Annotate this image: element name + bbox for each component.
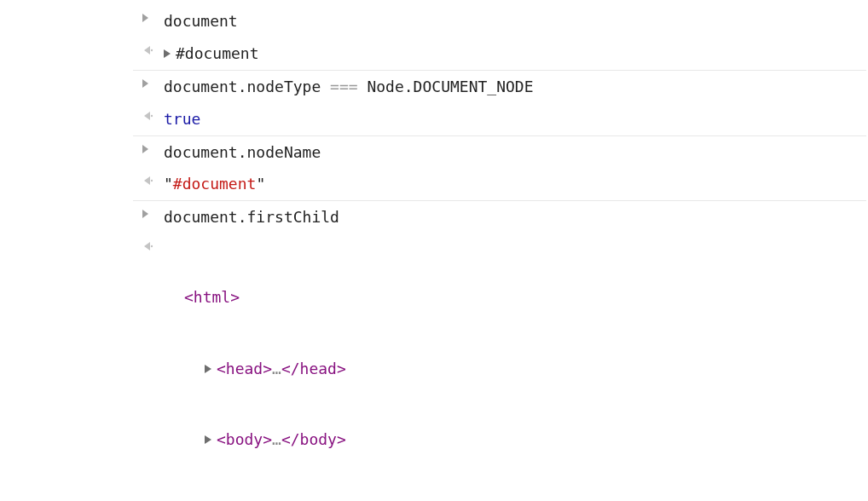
output-chevron-icon	[133, 42, 164, 55]
dom-tree-line[interactable]: <head>…</head>	[164, 357, 866, 381]
svg-point-1	[151, 114, 153, 116]
document-object-label: #document	[176, 44, 259, 62]
console-input-code: document.firstChild	[164, 205, 866, 229]
console-input-row[interactable]: document.firstChild	[133, 201, 866, 233]
dom-tree-line[interactable]: <body>…</body>	[164, 428, 866, 452]
console-input-code: document.nodeName	[164, 141, 866, 164]
svg-point-3	[151, 245, 153, 247]
output-chevron-icon	[133, 172, 164, 186]
console-output-value: #document	[164, 42, 866, 66]
console-output-value: true	[164, 107, 866, 131]
console-output-value: "#document"	[164, 172, 866, 196]
expand-triangle-icon[interactable]	[164, 49, 171, 58]
console-output-row[interactable]: true	[133, 103, 866, 136]
console-input-code: document.nodeType === Node.DOCUMENT_NODE	[164, 75, 866, 99]
console-output-row[interactable]: <html> <head>…</head> <body>…</body> </h…	[133, 233, 866, 501]
console-panel: document #document document.nodeType ===…	[133, 0, 866, 501]
input-chevron-icon	[133, 9, 164, 23]
console-input-code: document	[164, 9, 866, 33]
console-input-row[interactable]: document	[133, 5, 866, 37]
console-input-row[interactable]: document.nodeName	[133, 136, 866, 169]
input-chevron-icon	[133, 141, 164, 154]
dom-tree-line[interactable]: <html>	[164, 285, 866, 309]
expand-triangle-icon[interactable]	[205, 435, 211, 444]
output-chevron-icon	[133, 107, 164, 121]
console-input-row[interactable]: document.nodeType === Node.DOCUMENT_NODE	[133, 71, 866, 103]
svg-point-2	[151, 180, 153, 181]
input-chevron-icon	[133, 205, 164, 219]
dom-tree-output[interactable]: <html> <head>…</head> <body>…</body> </h…	[164, 238, 866, 501]
output-chevron-icon	[133, 238, 164, 251]
input-chevron-icon	[133, 75, 164, 89]
console-output-row[interactable]: "#document"	[133, 168, 866, 201]
expand-triangle-icon[interactable]	[205, 365, 211, 373]
console-output-row[interactable]: #document	[133, 37, 866, 71]
svg-point-0	[151, 49, 153, 51]
